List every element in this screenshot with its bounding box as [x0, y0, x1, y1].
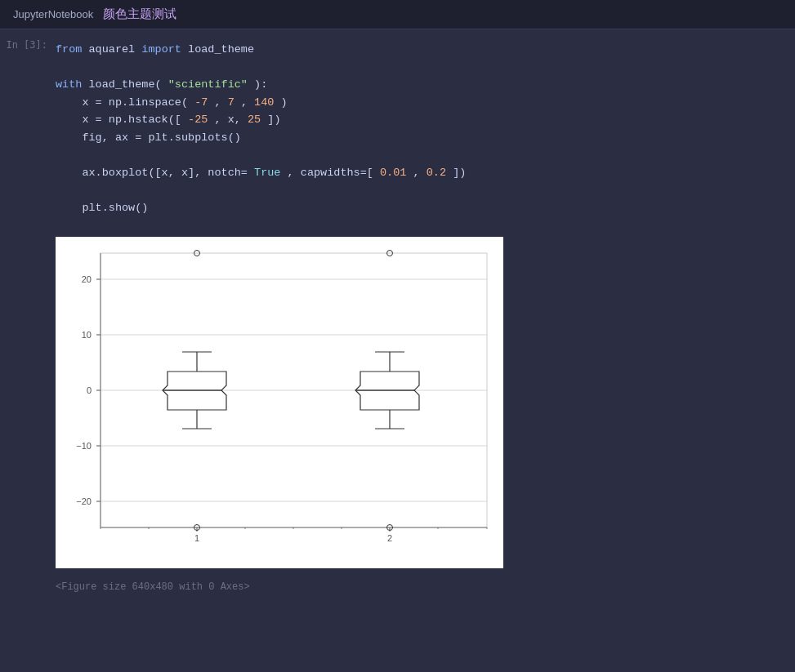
plot-figure: 20 10 0 −10 −20 1 2	[56, 237, 503, 568]
app-label: JupyterNotebook	[13, 8, 93, 20]
top-bar: JupyterNotebook 颜色主题测试	[0, 0, 795, 29]
kw-with: with	[56, 78, 82, 91]
cell-number: In [3]:	[0, 38, 56, 220]
code-line-1: from aquarel import load_theme	[56, 41, 782, 59]
svg-text:−10: −10	[76, 441, 92, 451]
kw-from: from	[56, 43, 82, 56]
notebook-title: 颜色主题测试	[103, 7, 176, 22]
str-scientific: "scientific"	[168, 78, 248, 91]
code-line-6: fig, ax = plt.subplots()	[56, 129, 782, 147]
svg-text:1: 1	[194, 533, 199, 543]
svg-text:20: 20	[82, 274, 92, 284]
svg-text:0: 0	[87, 385, 92, 395]
svg-text:10: 10	[82, 330, 92, 340]
code-block: from aquarel import load_theme with load…	[56, 38, 782, 220]
svg-text:2: 2	[387, 533, 392, 543]
output-text: <Figure size 640x480 with 0 Axes>	[56, 576, 795, 598]
cell-code-content: from aquarel import load_theme with load…	[56, 38, 795, 220]
svg-text:−20: −20	[76, 496, 92, 506]
code-line-10: plt.show()	[56, 199, 782, 217]
code-line-blank2	[56, 147, 782, 165]
boxplot-svg: 20 10 0 −10 −20 1 2	[56, 237, 503, 568]
code-line-4: x = np.linspace( -7 , 7 , 140 )	[56, 94, 782, 112]
code-line-3: with load_theme( "scientific" ):	[56, 76, 782, 94]
code-line-blank1	[56, 59, 782, 77]
kw-import: import	[141, 43, 181, 56]
code-line-5: x = np.hstack([ -25 , x, 25 ])	[56, 111, 782, 129]
plot-container: 20 10 0 −10 −20 1 2	[56, 237, 795, 568]
code-line-blank3	[56, 182, 782, 200]
code-line-8: ax.boxplot([x, x], notch= True , capwidt…	[56, 164, 782, 182]
notebook-cell: In [3]: from aquarel import load_theme w…	[0, 29, 795, 229]
